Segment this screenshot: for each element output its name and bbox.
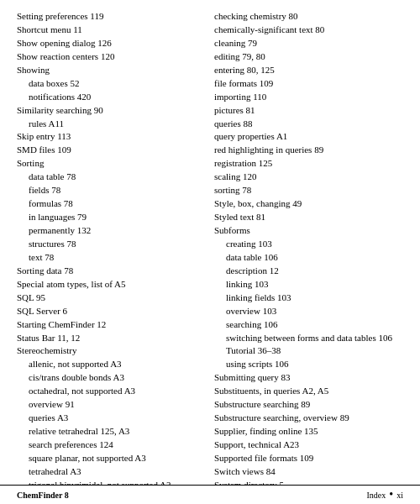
index-entry: data boxes 52 (17, 77, 206, 91)
index-entry: Special atom types, list of A5 (17, 278, 206, 291)
index-entry: Sorting (17, 157, 206, 171)
index-entry: Substructure searching 89 (214, 398, 403, 412)
index-entry: in languages 79 (17, 211, 206, 224)
index-entry: scaling 120 (214, 171, 403, 184)
index-entry: editing 79, 80 (214, 50, 403, 64)
footer-page: xi (396, 491, 403, 500)
index-entry: switching between forms and data tables … (214, 332, 403, 345)
index-entry: overview 91 (17, 398, 206, 412)
index-entry: search preferences 124 (17, 438, 206, 452)
index-entry: allenic, not supported A3 (17, 358, 206, 371)
index-entry: tetrahedral A3 (17, 465, 206, 479)
footer-right: Index • xi (367, 489, 403, 501)
content-area: Setting preferences 119Shortcut menu 11S… (0, 0, 420, 485)
index-entry: Skip entry 113 (17, 130, 206, 144)
index-entry: text 78 (17, 251, 206, 265)
index-entry: Substructure searching, overview 89 (214, 412, 403, 425)
index-entry: formulas 78 (17, 197, 206, 211)
index-entry: searching 106 (214, 318, 403, 332)
index-entry: file formats 109 (214, 77, 403, 91)
index-entry: Status Bar 11, 12 (17, 332, 206, 345)
index-entry: Support, technical A23 (214, 438, 403, 452)
index-entry: Supplier, finding online 135 (214, 425, 403, 438)
index-entry: System directory 5 (214, 479, 403, 485)
page: Setting preferences 119Shortcut menu 11S… (0, 0, 420, 504)
index-entry: description 12 (214, 265, 403, 278)
index-entry: Supported file formats 109 (214, 452, 403, 465)
index-entry: octahedral, not supported A3 (17, 385, 206, 398)
index-entry: Showing (17, 64, 206, 77)
index-entry: sorting 78 (214, 184, 403, 197)
left-column: Setting preferences 119Shortcut menu 11S… (17, 10, 206, 478)
index-entry: Sorting data 78 (17, 265, 206, 278)
index-entry: Starting ChemFinder 12 (17, 318, 206, 332)
index-entry: data table 106 (214, 251, 403, 265)
footer-index-label: Index (367, 491, 386, 500)
index-entry: using scripts 106 (214, 358, 403, 371)
index-entry: structures 78 (17, 238, 206, 251)
index-entry: relative tetrahedral 125, A3 (17, 425, 206, 438)
index-entry: linking 103 (214, 278, 403, 291)
index-entry: permanently 132 (17, 224, 206, 238)
index-entry: queries 88 (214, 118, 403, 131)
index-entry: Subforms (214, 224, 403, 238)
index-entry: Submitting query 83 (214, 371, 403, 385)
index-entry: notifications 420 (17, 91, 206, 104)
index-entry: square planar, not supported A3 (17, 452, 206, 465)
index-entry: Shortcut menu 11 (17, 24, 206, 37)
right-column: checking chemistry 80chemically-signific… (214, 10, 403, 478)
index-entry: pictures 81 (214, 104, 403, 118)
index-entry: importing 110 (214, 91, 403, 104)
index-entry: Show opening dialog 126 (17, 37, 206, 50)
index-entry: creating 103 (214, 238, 403, 251)
index-entry: Similarity searching 90 (17, 104, 206, 118)
index-entry: SQL Server 6 (17, 305, 206, 318)
index-entry: SMD files 109 (17, 144, 206, 157)
index-entry: Styled text 81 (214, 211, 403, 224)
footer-product: ChemFinder 8 (17, 491, 69, 500)
index-entry: Stereochemistry (17, 344, 206, 358)
index-entry: Tutorial 36–38 (214, 344, 403, 358)
index-entry: linking fields 103 (214, 291, 403, 305)
index-entry: trigonal bipyrimidal, not supported A3 (17, 479, 206, 485)
index-entry: queries A3 (17, 412, 206, 425)
index-entry: cis/trans double bonds A3 (17, 371, 206, 385)
footer: ChemFinder 8 Index • xi (0, 485, 420, 504)
index-entry: Show reaction centers 120 (17, 50, 206, 64)
index-entry: fields 78 (17, 184, 206, 197)
index-entry: rules A11 (17, 118, 206, 131)
footer-dot: • (389, 489, 393, 501)
index-entry: entering 80, 125 (214, 64, 403, 77)
index-entry: Substituents, in queries A2, A5 (214, 385, 403, 398)
index-entry: Style, box, changing 49 (214, 197, 403, 211)
index-entry: Switch views 84 (214, 465, 403, 479)
index-entry: red highlighting in queries 89 (214, 144, 403, 157)
index-entry: overview 103 (214, 305, 403, 318)
index-entry: data table 78 (17, 171, 206, 184)
index-entry: cleaning 79 (214, 37, 403, 50)
index-entry: chemically-significant text 80 (214, 24, 403, 37)
index-entry: checking chemistry 80 (214, 10, 403, 24)
index-entry: Setting preferences 119 (17, 10, 206, 24)
index-entry: query properties A1 (214, 130, 403, 144)
index-entry: SQL 95 (17, 291, 206, 305)
index-entry: registration 125 (214, 157, 403, 171)
